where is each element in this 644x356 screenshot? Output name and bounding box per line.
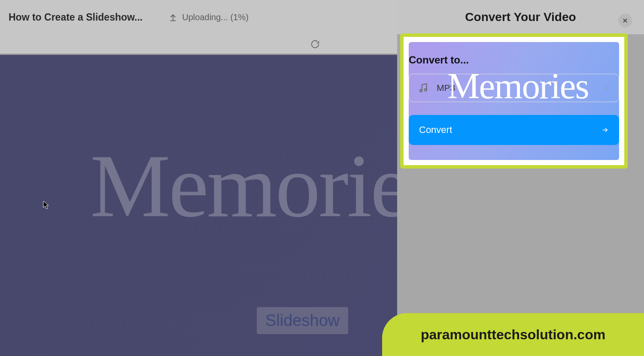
- refresh-bar: [0, 34, 397, 54]
- svg-point-0: [420, 90, 422, 92]
- arrow-right-icon: [601, 126, 609, 134]
- chevron-down-icon: [603, 84, 610, 91]
- convert-card: Memories Convert to... MP3 Convert Advan…: [400, 33, 628, 169]
- convert-button[interactable]: Convert: [409, 115, 619, 145]
- convert-panel-header: Convert Your Video: [397, 0, 644, 34]
- preview-title-text: Memories: [90, 141, 397, 231]
- close-button[interactable]: [618, 14, 632, 27]
- editor-topbar: How to Create a Slideshow... Uploading..…: [0, 0, 397, 34]
- watermark-text: paramounttechsolution.com: [421, 327, 605, 343]
- close-icon: [622, 17, 629, 24]
- upload-status-text: Uploading... (1%): [182, 12, 249, 22]
- convert-panel: Convert Your Video Memories Convert to..…: [397, 0, 644, 356]
- watermark-badge: paramounttechsolution.com: [382, 313, 644, 356]
- svg-point-1: [425, 89, 427, 91]
- thumbnail-title-text: Memories: [447, 68, 589, 104]
- refresh-icon[interactable]: [310, 39, 320, 49]
- video-preview: Memories Slideshow: [0, 55, 397, 356]
- cursor-icon: [43, 201, 50, 209]
- upload-status: Uploading... (1%): [168, 12, 249, 22]
- upload-icon: [168, 12, 178, 22]
- editor-background: How to Create a Slideshow... Uploading..…: [0, 0, 397, 356]
- convert-panel-title: Convert Your Video: [465, 10, 576, 24]
- video-thumbnail: Memories Convert to... MP3 Convert: [409, 42, 619, 160]
- music-note-icon: [418, 82, 429, 94]
- convert-to-label: Convert to...: [409, 54, 619, 66]
- preview-slideshow-badge: Slideshow: [257, 307, 348, 334]
- project-title: How to Create a Slideshow...: [9, 12, 143, 23]
- convert-button-label: Convert: [419, 124, 601, 136]
